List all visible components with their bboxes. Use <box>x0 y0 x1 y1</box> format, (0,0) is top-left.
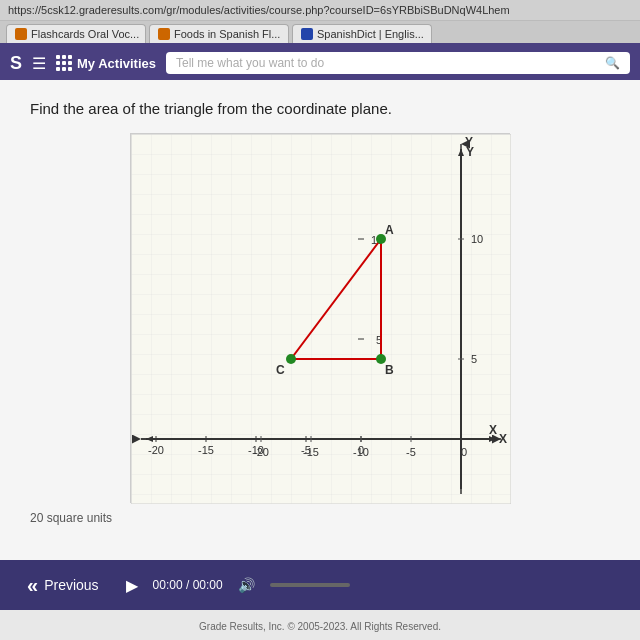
svg-text:X: X <box>489 423 497 437</box>
hamburger-icon[interactable]: ☰ <box>32 54 46 73</box>
svg-text:B: B <box>385 363 394 377</box>
volume-icon[interactable]: 🔊 <box>238 577 255 593</box>
bottom-bar: « Previous ▶ 00:00 / 00:00 🔊 <box>0 560 640 610</box>
tab-favicon-spanishdict <box>301 28 313 40</box>
graph-svg: -20 -15 -10 -5 0 5 10 X Y <box>131 134 511 504</box>
main-content: Find the area of the triangle from the c… <box>0 80 640 560</box>
svg-text:X: X <box>499 432 507 446</box>
tab-flashcards[interactable]: Flashcards Oral Voc... <box>6 24 146 43</box>
svg-text:-15: -15 <box>198 444 214 456</box>
tab-foods[interactable]: Foods in Spanish Fl... <box>149 24 289 43</box>
my-activities-nav[interactable]: My Activities <box>56 55 156 71</box>
browser-tabs: Flashcards Oral Voc... Foods in Spanish … <box>0 21 640 43</box>
footer-text: Grade Results, Inc. © 2005-2023. All Rig… <box>0 621 640 632</box>
svg-text:-10: -10 <box>353 446 369 458</box>
svg-text:-15: -15 <box>303 446 319 458</box>
tab-favicon-foods <box>158 28 170 40</box>
answer-hint: 20 square units <box>30 511 610 525</box>
svg-text:5: 5 <box>471 353 477 365</box>
app-logo: S <box>10 53 22 74</box>
browser-url-bar: https://5csk12.graderesults.com/gr/modul… <box>0 0 640 21</box>
svg-text:C: C <box>276 363 285 377</box>
svg-text:-20: -20 <box>253 446 269 458</box>
search-bar[interactable]: Tell me what you want to do 🔍 <box>166 52 630 74</box>
tab-spanishdict[interactable]: SpanishDict | Englis... <box>292 24 432 43</box>
tab-favicon-flashcards <box>15 28 27 40</box>
svg-text:Y: Y <box>465 135 473 149</box>
question-text: Find the area of the triangle from the c… <box>30 100 610 117</box>
svg-text:-5: -5 <box>406 446 416 458</box>
app-header: S ☰ My Activities Tell me what you want … <box>0 43 640 83</box>
svg-text:10: 10 <box>471 233 483 245</box>
previous-button[interactable]: « Previous <box>15 566 111 605</box>
audio-progress-bar[interactable] <box>270 583 350 587</box>
coordinate-graph: -20 -15 -10 -5 0 5 10 X Y <box>130 133 510 503</box>
point-C <box>286 354 296 364</box>
time-display: 00:00 / 00:00 <box>153 578 223 592</box>
search-icon[interactable]: 🔍 <box>605 56 620 70</box>
play-button[interactable]: ▶ <box>126 576 138 595</box>
svg-text:-20: -20 <box>148 444 164 456</box>
chevron-left-icon: « <box>27 574 38 597</box>
grid-icon <box>56 55 72 71</box>
svg-text:A: A <box>385 223 394 237</box>
